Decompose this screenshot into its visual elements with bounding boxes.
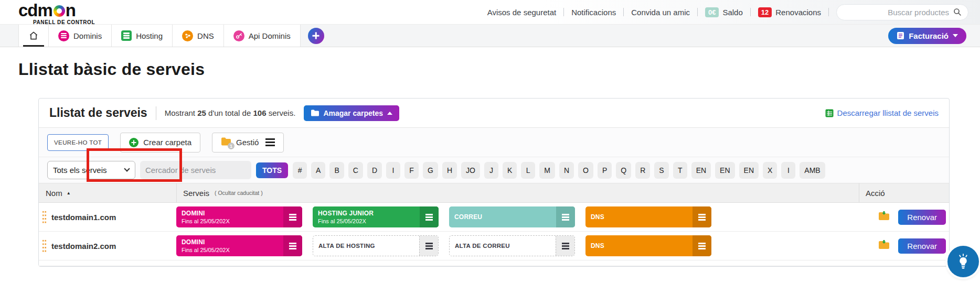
letter-filter-12-l[interactable]: L (521, 162, 535, 179)
service-badge-dns[interactable]: DNS (585, 206, 711, 227)
letter-filter-9-jo[interactable]: JO (461, 162, 480, 179)
filter-all-button[interactable]: TOTS (256, 162, 288, 178)
divider (697, 8, 698, 16)
menu-icon (425, 214, 433, 221)
letter-filter-15-o[interactable]: O (578, 162, 593, 179)
nav-tab-label: Api Dominis (249, 31, 291, 40)
link-notificacions[interactable]: Notificacions (571, 8, 616, 17)
results-summary: Mostrant 25 d'un total de 106 serveis. (165, 108, 296, 117)
badge-menu-button[interactable] (283, 235, 302, 256)
product-search-input[interactable] (855, 8, 949, 17)
folder-icon: 1 (221, 137, 231, 147)
drag-handle-icon[interactable] (42, 210, 47, 224)
letter-filter-24-x[interactable]: X (763, 162, 777, 179)
service-badge-domini[interactable]: DOMINI Fins al 25/05/202X (176, 206, 302, 227)
download-services-link[interactable]: Descarregar llistat de serveis (825, 108, 939, 117)
service-search-input[interactable] (145, 166, 250, 175)
service-badge-alta-correu[interactable]: ALTA DE CORREU (449, 235, 575, 256)
letter-filter-22-en[interactable]: EN (715, 162, 734, 179)
cdmon-logo[interactable]: cdmn PANELL DE CONTROL (18, 2, 95, 25)
service-badge-dns[interactable]: DNS (585, 235, 711, 256)
letter-filter-19-s[interactable]: S (654, 162, 668, 179)
renovacions-label: Renovacions (775, 8, 821, 17)
create-folder-label: Crear carpeta (143, 138, 191, 147)
logo-o-ring-icon (54, 5, 65, 17)
col-nom-label[interactable]: Nom (46, 189, 62, 198)
hide-folders-button[interactable]: Amagar carpetes (304, 105, 399, 121)
letter-filter-6-f[interactable]: F (404, 162, 419, 179)
page-title: Llistat bàsic de serveis (18, 60, 980, 79)
letter-filter-2-b[interactable]: B (329, 162, 344, 179)
menu-icon (698, 243, 706, 249)
manage-label: Gestió (236, 138, 259, 147)
service-badge-domini[interactable]: DOMINI Fins al 25/05/202X (176, 235, 302, 256)
letter-filter-1-a[interactable]: A (311, 162, 325, 179)
service-type-select[interactable]: Tots els serveis (47, 161, 135, 179)
letter-filter-0-#[interactable]: # (293, 162, 307, 179)
hide-expiry-toggle[interactable]: ( Ocultar caducitat ) (215, 190, 263, 196)
badge-menu-button[interactable] (419, 236, 438, 256)
renew-button[interactable]: Renovar (898, 210, 946, 225)
saldo-badge: 0€ (705, 7, 719, 17)
hosting-icon (121, 30, 132, 41)
nav-tab-api-dominis[interactable]: Api Dominis (224, 25, 301, 47)
badge-menu-button[interactable] (556, 206, 575, 227)
domain-name: testdomain2.com (51, 242, 116, 251)
top-header: cdmn PANELL DE CONTROL Avisos de seguret… (0, 0, 980, 24)
service-badge-hosting[interactable]: HOSTING JUNIOR Fins al 25/05/202X (313, 206, 439, 227)
letter-filter-21-en[interactable]: EN (691, 162, 711, 179)
manage-button[interactable]: 1 Gestió (212, 133, 284, 153)
letter-filter-8-h[interactable]: H (442, 162, 457, 179)
service-expiry: Fins al 25/05/202X (182, 218, 278, 224)
move-to-folder-icon[interactable] (878, 240, 890, 252)
menu-icon (562, 243, 569, 249)
nav-tab-dns[interactable]: DNS (173, 25, 224, 47)
divider (156, 106, 156, 120)
letter-filter-7-g[interactable]: G (423, 162, 438, 179)
letter-filter-16-p[interactable]: P (598, 162, 612, 179)
saldo-item[interactable]: 0€ Saldo (705, 7, 743, 17)
letter-filter-11-k[interactable]: K (503, 162, 517, 179)
badge-menu-button[interactable] (556, 236, 574, 256)
link-avisos-seguretat[interactable]: Avisos de seguretat (487, 8, 556, 17)
nav-tab-home[interactable] (18, 25, 49, 47)
letter-filter-17-q[interactable]: Q (616, 162, 631, 179)
table-row: testdomain1.com DOMINI Fins al 25/05/202… (39, 203, 949, 232)
add-service-button[interactable] (308, 28, 324, 44)
letter-filter-25-i[interactable]: I (781, 162, 795, 179)
service-badge-correu[interactable]: CORREU (449, 206, 575, 227)
letter-filter-20-t[interactable]: T (673, 162, 687, 179)
help-lightbulb-button[interactable] (947, 246, 979, 277)
create-folder-button[interactable]: Crear carpeta (120, 133, 200, 153)
service-badge-alta-hosting[interactable]: ALTA DE HOSTING (313, 235, 439, 256)
letter-filter-26-amb[interactable]: AMB (800, 162, 825, 179)
letter-filter-13-m[interactable]: M (539, 162, 555, 179)
service-search[interactable] (140, 161, 251, 179)
billing-button[interactable]: Facturació (888, 28, 966, 44)
renovacions-item[interactable]: 12 Renovacions (758, 7, 821, 17)
badge-menu-button[interactable] (693, 206, 711, 227)
badge-menu-button[interactable] (693, 235, 711, 256)
nav-tab-hosting[interactable]: Hosting (112, 25, 173, 47)
badge-menu-button[interactable] (283, 206, 302, 227)
letter-filter-18-r[interactable]: R (635, 162, 650, 179)
badge-menu-button[interactable] (420, 206, 439, 227)
nav-tab-dominis[interactable]: Dominis (49, 25, 112, 47)
letter-filter-10-j[interactable]: J (484, 162, 498, 179)
view-all-button[interactable]: VEURE-HO TOT (47, 134, 109, 151)
services-panel: Llistat de serveis Mostrant 25 d'un tota… (38, 98, 950, 267)
move-to-folder-icon[interactable] (878, 211, 890, 223)
sort-asc-icon[interactable]: ▲ (67, 191, 71, 195)
letter-filter-4-d[interactable]: D (367, 162, 382, 179)
menu-icon (265, 138, 275, 146)
letter-filter-5-i[interactable]: I (386, 162, 400, 179)
renew-button[interactable]: Renovar (898, 238, 946, 254)
product-search[interactable] (836, 4, 968, 20)
saldo-label: Saldo (722, 8, 742, 17)
drag-handle-icon[interactable] (42, 239, 47, 253)
letter-filter-14-n[interactable]: N (559, 162, 574, 179)
letter-filter-3-c[interactable]: C (348, 162, 363, 179)
letter-filter-23-en[interactable]: EN (739, 162, 759, 179)
link-convida-amic[interactable]: Convida un amic (631, 8, 690, 17)
plus-icon (129, 138, 139, 147)
